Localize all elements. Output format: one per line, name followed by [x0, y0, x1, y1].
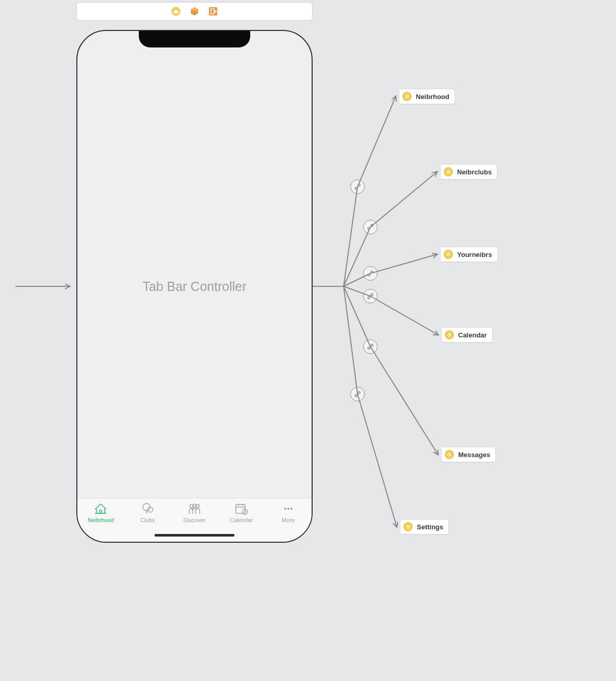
segue-badge[interactable] [363, 220, 378, 234]
scene-toolbar[interactable] [76, 2, 313, 21]
storyboard-canvas: Tab Bar Controller Neibrhood [0, 0, 616, 681]
segue-badge[interactable] [363, 266, 378, 281]
svg-point-7 [190, 505, 193, 508]
viewcontroller-icon [402, 92, 412, 101]
svg-line-35 [370, 226, 371, 228]
destination-label: Neibrhood [416, 93, 449, 101]
svg-point-9 [196, 505, 199, 508]
svg-point-33 [368, 228, 370, 230]
svg-point-43 [371, 344, 373, 346]
home-indicator [155, 534, 235, 537]
svg-point-21 [448, 171, 449, 172]
svg-rect-3 [100, 510, 102, 513]
more-icon [281, 502, 296, 515]
viewcontroller-icon [445, 330, 454, 339]
viewcontroller-icon [403, 522, 413, 531]
segue-badge[interactable] [350, 387, 365, 401]
destination-label: Settings [417, 523, 443, 531]
svg-point-36 [368, 274, 370, 276]
destination-messages[interactable]: Messages [441, 447, 496, 462]
viewcontroller-icon [444, 250, 453, 259]
svg-point-17 [290, 508, 293, 510]
destination-label: Calendar [458, 331, 487, 339]
svg-point-19 [407, 96, 408, 97]
destination-label: Yourneibrs [457, 251, 492, 258]
destination-label: Neibrclubs [457, 168, 492, 176]
svg-line-44 [370, 346, 371, 348]
tab-label: Neibrhood [88, 517, 114, 523]
destination-settings[interactable]: Settings [400, 519, 449, 534]
svg-line-47 [357, 394, 359, 395]
storyboard-home-icon[interactable] [171, 7, 181, 16]
svg-point-46 [358, 392, 360, 394]
svg-point-15 [284, 508, 286, 510]
svg-point-45 [355, 395, 357, 397]
svg-point-8 [193, 504, 196, 507]
svg-point-37 [371, 271, 373, 273]
viewcontroller-icon [445, 450, 454, 459]
home-icon [93, 502, 108, 515]
storyboard-package-icon[interactable] [190, 7, 199, 16]
svg-point-39 [368, 297, 370, 299]
clubs-icon [140, 502, 155, 515]
tab-label: Discover [184, 517, 206, 523]
tab-label: More [282, 517, 295, 523]
svg-point-27 [449, 454, 450, 455]
svg-point-31 [358, 184, 360, 186]
people-icon [187, 502, 202, 515]
svg-point-23 [448, 254, 449, 255]
destination-label: Messages [458, 451, 490, 459]
tab-item-discover[interactable]: Discover [171, 502, 218, 523]
controller-title-text: Tab Bar Controller [142, 279, 246, 294]
tab-item-more[interactable]: More [265, 502, 312, 523]
controller-title: Tab Bar Controller [77, 31, 312, 542]
svg-point-25 [449, 334, 450, 335]
destination-yourneibrs[interactable]: Yourneibrs [440, 247, 498, 262]
svg-point-42 [368, 347, 370, 349]
tab-item-calendar[interactable]: Calendar [218, 502, 265, 523]
svg-point-34 [371, 224, 373, 226]
destination-neibrclubs[interactable]: Neibrclubs [440, 164, 497, 180]
calendar-icon [234, 502, 249, 515]
tab-label: Clubs [140, 517, 155, 523]
segue-badge[interactable] [363, 339, 378, 354]
storyboard-exit-icon[interactable] [208, 7, 218, 16]
tab-item-clubs[interactable]: Clubs [124, 502, 171, 523]
svg-line-32 [357, 186, 359, 188]
svg-line-41 [370, 296, 371, 297]
tab-label: Calendar [230, 517, 253, 523]
svg-point-30 [355, 187, 357, 189]
segue-badge[interactable] [350, 180, 365, 194]
svg-line-38 [370, 273, 371, 274]
destination-neibrhood[interactable]: Neibrhood [399, 89, 455, 104]
segue-badge[interactable] [363, 289, 378, 303]
svg-point-40 [371, 294, 373, 296]
destination-calendar[interactable]: Calendar [441, 327, 493, 343]
svg-point-29 [408, 526, 409, 527]
tab-item-neibrhood[interactable]: Neibrhood [77, 502, 124, 523]
svg-point-16 [287, 508, 289, 510]
svg-rect-10 [236, 505, 245, 513]
phone-frame: Tab Bar Controller Neibrhood [76, 30, 313, 543]
viewcontroller-icon [444, 167, 453, 176]
